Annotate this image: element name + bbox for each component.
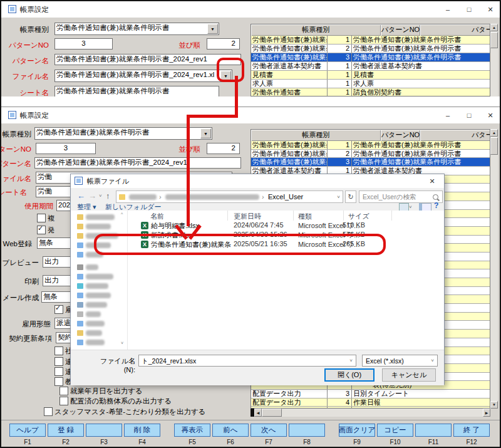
checkbox-ren2[interactable] [54,367,63,376]
scroll-left-icon[interactable]: ◀ [254,409,262,417]
table-row[interactable]: 見積書1見積書 [251,71,490,80]
close-button[interactable]: ✕ [481,109,500,122]
minimize-button[interactable]: – [438,3,457,16]
function-button-f4[interactable]: 削 除 [124,424,160,437]
scroll-down-icon[interactable]: ▼ [490,401,498,409]
function-button-f3[interactable] [86,424,122,437]
table-row[interactable]: 労働条件通知書(兼)就業条件明示書2労働条件通知書(兼)就業条件明示書 [251,44,490,53]
table-row[interactable]: 配置データ出力3日別タイムシート [251,390,490,399]
pattern-name-input[interactable]: 労働条件通知書(兼)就業条件明示書_2024_rev1 [34,157,241,169]
help-icon[interactable]: ? [434,201,438,210]
dialog-titlebar[interactable]: 帳票ファイル ✕ [71,174,444,188]
function-button-f7[interactable]: 次へ [250,424,287,437]
column-type[interactable]: 種類 [298,212,312,221]
table-row[interactable]: 労働条件通知書(兼)就業条件明示書2労働条件通知書(兼)就業条件明示書 [251,150,490,159]
history-chevron-icon[interactable]: ˅ [99,193,102,199]
table-row[interactable]: 求人票1求人票 [251,80,490,88]
function-button-f2[interactable]: 登 録 [48,424,84,437]
checkbox-hatsu[interactable] [37,226,46,234]
address-bar[interactable]: › › Excel_User ˅ [116,190,343,203]
pattern-no-input[interactable]: 3 [54,38,113,49]
folder-nav-pane[interactable] [71,211,127,350]
table-row[interactable]: 労働条件通知書(兼)就業条件明示書3労働条件通知書(兼)就業条件明示書 [251,53,490,62]
scroll-up-icon[interactable]: ▲ [490,129,498,137]
pattern-name-input[interactable]: 労働条件通知書(兼)就業条件明示書_2024_rev1 [54,54,241,65]
breadcrumb-current-folder[interactable]: Excel_User [268,193,303,201]
dialog-file-name-input[interactable]: ト_2024_rev1.xlsx ˅ [138,355,356,367]
refresh-icon[interactable]: ↻ [345,190,356,203]
checkbox-ren1[interactable] [54,357,63,366]
file-name-combobox[interactable]: 労働条件通知書(兼)就業条件明示書_2024_rev1.xl ▼ [54,70,232,82]
pane-splitter[interactable] [127,211,128,350]
address-chevron-icon[interactable]: ˅ [337,194,340,200]
window2-titlebar[interactable]: 帳票設定 – □ ✕ [1,107,500,123]
redacted-folder-label [86,264,98,270]
scroll-thumb[interactable] [490,32,498,48]
function-button-f6[interactable]: 前へ [212,424,249,437]
table-row[interactable]: 労働条件通知書(兼)就業条件明示書1労働条件通知書(兼)就業条件明示書 [251,141,490,150]
chevron-down-icon[interactable]: ˅ [349,358,353,363]
search-input[interactable]: Excel_Userの検索 [359,190,443,203]
sort-order-input[interactable]: 2 [207,143,240,154]
table-row[interactable]: 労働条件通知書(兼)就業条件明示書1労働条件通知書(兼)就業条件明示書 [251,36,490,44]
scroll-right-icon[interactable]: ▶ [483,409,490,417]
function-key-label: F11 [415,439,452,445]
checkbox-fuku[interactable] [37,214,46,222]
table-row[interactable]: 労働者派遣基本契約書1労働者派遣基本契約書 [251,62,490,71]
function-button-f11[interactable] [415,424,452,437]
excel-file-icon: X [141,222,148,229]
function-button-f8[interactable] [289,424,325,437]
function-button-f9[interactable]: 画面クリア [339,424,375,437]
checkbox-ren3[interactable] [54,377,63,386]
function-button-f5[interactable]: 再表示 [174,424,210,437]
chevron-down-icon[interactable]: ▼ [207,24,218,34]
window1-title: 帳票設定 [20,5,49,14]
up-icon[interactable]: ↑ [106,191,110,201]
table-row[interactable]: 配置データ出力4作業日報 [251,399,490,407]
function-key-label: F9 [339,439,375,445]
cancel-button[interactable]: キャンセル [382,368,436,382]
sort-order-input[interactable]: 2 [207,38,240,49]
report-type-combobox[interactable]: 労働条件通知書(兼)就業条件明示書 ▼ [34,127,212,140]
forward-icon[interactable]: → [88,191,96,201]
annotation-circle-dropdown [217,58,244,82]
chevron-down-icon[interactable]: ▼ [200,128,211,138]
scroll-thumb[interactable] [262,409,282,417]
maximize-button[interactable]: □ [460,3,478,16]
function-button-f10[interactable]: コピー [377,424,413,437]
function-button-f1[interactable]: ヘルプ [9,424,46,437]
column-name[interactable]: 名前 [150,212,164,221]
dialog-filter-select[interactable]: Excel (*.xlsx) ˅ [362,355,438,367]
chevron-down-icon[interactable]: ˅ [431,358,434,363]
pattern-no-input[interactable]: 3 [36,143,96,154]
checkbox-b2[interactable] [59,397,68,405]
window1-titlebar[interactable]: 帳票設定 – □ ✕ [1,1,500,18]
scroll-thumb[interactable] [490,137,498,155]
function-button-f12[interactable]: 終 了 [453,424,490,437]
pane-scroll-up-icon[interactable]: ^ [121,212,123,216]
scrollbar-horizontal[interactable]: ◀ ▶ [250,409,490,417]
checkbox-b1[interactable] [59,387,68,395]
column-size[interactable]: サイズ [348,212,369,221]
scrollbar-vertical[interactable]: ▲ ▼ [490,129,498,409]
checkbox-ko[interactable] [54,305,63,314]
pane-scroll-down-icon[interactable]: ˅ [121,341,123,345]
column-date[interactable]: 更新日時 [234,212,261,221]
checkbox-b3[interactable] [44,407,53,416]
sheet-name-input[interactable]: 労働条件通知書(兼)就業条件明示書 [54,86,219,97]
scroll-up-icon[interactable]: ▲ [490,24,498,31]
maximize-button[interactable]: □ [460,109,478,122]
open-button[interactable]: 開く(O) [324,368,374,382]
back-icon[interactable]: ← [77,191,85,201]
scrollbar-vertical[interactable]: ▲ [490,24,498,96]
view-chevron-icon[interactable]: ˅ [409,204,412,210]
table-row[interactable]: 労働条件通知書(兼)就業条件明示書3労働条件通知書(兼)就業条件明示書 [251,158,490,167]
close-button[interactable]: ✕ [481,3,500,16]
table-row[interactable]: 労働条件通知書1請負個別契約書 [251,88,490,96]
checkbox-sha[interactable] [54,346,63,355]
minimize-button[interactable]: – [438,109,457,122]
checkbox-hatsu-label: 発 [48,226,55,235]
close-icon[interactable]: ✕ [423,175,442,187]
column-separator [343,211,344,221]
report-type-combobox[interactable]: 労働条件通知書(兼)就業条件明示書 ▼ [54,23,219,35]
